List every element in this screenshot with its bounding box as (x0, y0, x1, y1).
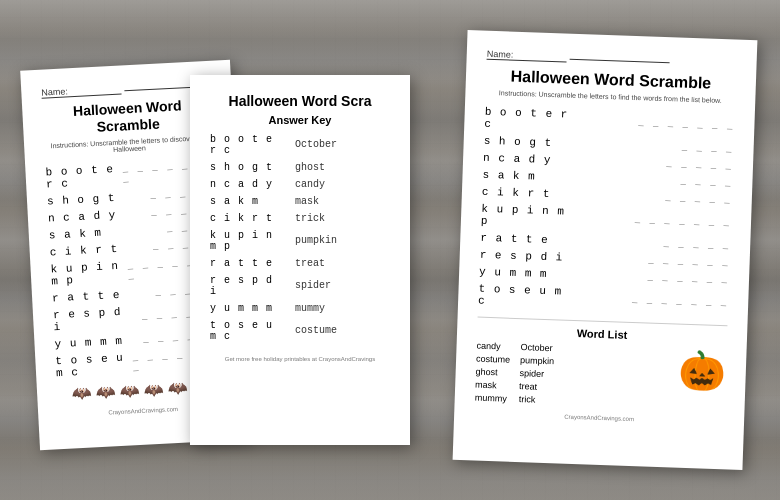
word-list-right: b o o t e r c _ _ _ _ _ _ _ s h o g t _ … (478, 106, 735, 316)
table-row: r a t t e treat (210, 258, 390, 269)
bat-icon-3: 🦇 (120, 381, 141, 401)
footer-middle: Get more free holiday printables at Cray… (210, 356, 390, 362)
list-item: mask (475, 380, 509, 391)
bat-icon-5: 🦇 (168, 378, 189, 398)
title-middle: Halloween Word Scra (210, 93, 390, 110)
table-row: c i k r t trick (210, 213, 390, 224)
bat-icon-2: 🦇 (96, 382, 117, 402)
table-row: s a k m mask (210, 196, 390, 207)
name-line-left: Name: (41, 79, 211, 99)
table-row: k u p i n m p pumpkin (210, 230, 390, 252)
name-line-right: Name: (487, 49, 737, 69)
table-row: y u m m m mummy (210, 303, 390, 314)
title-left: Halloween Word Scramble (42, 96, 214, 138)
footer-right: CrayonsAndCravings.com (474, 411, 724, 426)
bat-icon-4: 🦇 (144, 379, 165, 399)
list-item: ghost (475, 367, 509, 378)
table-row: r e s p d i spider (210, 275, 390, 297)
table-row: s h o g t ghost (210, 162, 390, 173)
list-item: candy (476, 341, 510, 352)
answer-key-label: Answer Key (210, 114, 390, 126)
worksheet-right: Name: Halloween Word Scramble Instructio… (453, 30, 758, 470)
table-row: t o s e u m c _ _ _ _ _ _ _ (478, 283, 729, 316)
table-row: k u p i n m p _ _ _ _ _ _ _ (481, 203, 732, 236)
pumpkin-icon: 🎃 (678, 348, 727, 394)
worksheet-middle: Halloween Word Scra Answer Key b o o t e… (190, 75, 410, 445)
list-item: mummy (475, 393, 509, 404)
table-row: b o o t e r c _ _ _ _ _ _ _ (484, 106, 735, 139)
main-scene: Name: Halloween Word Scramble Instructio… (10, 15, 770, 485)
word-list-col1: candy costume ghost mask mummy (475, 341, 511, 404)
name-label-right: Name: (487, 49, 567, 63)
answer-key-list: b o o t e r c October s h o g t ghost n … (210, 134, 390, 342)
word-list-grid-right: candy costume ghost mask mummy October p… (475, 341, 555, 406)
table-row: t o s e u m c costume (210, 320, 390, 342)
name-underline-right (569, 59, 669, 63)
list-item: pumpkin (520, 355, 554, 366)
list-item: trick (519, 394, 553, 405)
list-item: spider (519, 368, 553, 379)
name-label-left: Name: (41, 83, 121, 98)
list-item: October (520, 342, 554, 353)
list-item: treat (519, 381, 553, 392)
word-list-col2: October pumpkin spider treat trick (519, 342, 555, 405)
word-list-section-right: Word List candy costume ghost mask mummy… (475, 317, 728, 412)
table-row: n c a d y candy (210, 179, 390, 190)
table-row: b o o t e r c October (210, 134, 390, 156)
bat-icon-1: 🦇 (72, 383, 93, 403)
list-item: costume (476, 354, 510, 365)
